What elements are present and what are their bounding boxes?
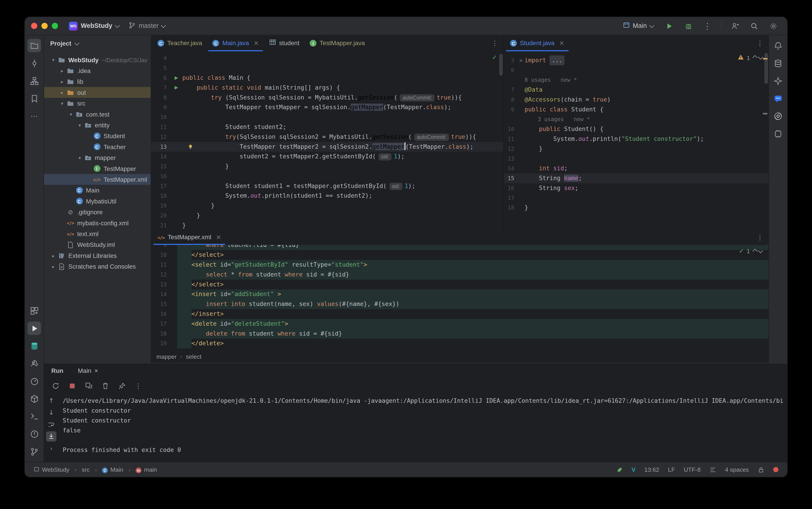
inspection-widget[interactable]: ✓ 1 <box>739 247 763 255</box>
run-button[interactable] <box>664 20 675 32</box>
terminal-tool-icon[interactable] <box>27 409 41 423</box>
rerun-icon[interactable] <box>50 380 61 391</box>
tree-item-Student[interactable]: CStudent <box>44 131 151 141</box>
tab-TestMapper.xml[interactable]: </>TestMapper.xml× <box>153 230 226 244</box>
status-WebStudy[interactable]: WebStudy <box>30 466 73 473</box>
clear-icon[interactable] <box>100 380 110 391</box>
code-with-me-icon[interactable] <box>729 20 741 32</box>
run-tab-main[interactable]: Main × <box>71 364 102 378</box>
close-button[interactable] <box>31 23 37 29</box>
prev-warning-icon[interactable] <box>752 55 757 60</box>
scrollbar[interactable] <box>765 53 768 84</box>
stripe-mark[interactable] <box>763 113 768 114</box>
dependencies-tool-icon[interactable] <box>27 392 41 405</box>
tree-item-TestMapper.xml[interactable]: </>TestMapper.xml <box>44 174 151 184</box>
tab-Teacher.java[interactable]: CTeacher.java <box>153 35 207 51</box>
next-warning-icon[interactable] <box>758 54 763 60</box>
tree-item-.gitignore[interactable]: ⊘.gitignore <box>44 207 151 217</box>
commit-tool-icon[interactable] <box>27 56 41 70</box>
plugins-icon[interactable] <box>771 127 785 140</box>
up-stack-icon[interactable]: ↑ <box>46 396 57 406</box>
chevron-right-icon[interactable]: ▸ <box>58 79 66 84</box>
leaf-icon[interactable] <box>612 466 627 473</box>
minimize-button[interactable] <box>41 23 47 29</box>
tree-item-Teacher[interactable]: CTeacher <box>44 141 151 152</box>
tree-item-External Libraries[interactable]: ▸External Libraries <box>44 250 151 261</box>
breadcrumb-item-select[interactable]: select <box>186 353 201 360</box>
v-icon[interactable]: V <box>628 467 639 473</box>
run-gutter-icon[interactable]: ▶ <box>175 73 178 83</box>
bookmarks-tool-icon[interactable] <box>27 92 41 105</box>
tree-item-out[interactable]: ▸out <box>44 87 151 98</box>
tab-Student.java[interactable]: CStudent.java× <box>505 35 570 51</box>
soft-wrap-icon[interactable] <box>46 419 57 430</box>
close-icon[interactable]: × <box>559 39 565 46</box>
project-panel-header[interactable]: Project <box>44 35 151 52</box>
tree-item-Main[interactable]: CMain <box>44 185 151 196</box>
chevron-down-icon[interactable]: ▾ <box>58 101 66 106</box>
code-area[interactable]: 9 where teacher.tid = #{tid}10 </select>… <box>151 245 769 349</box>
code-area[interactable]: 3>import ...68 usages new *7@Data8@Acces… <box>504 51 769 230</box>
notifications-icon[interactable] <box>771 39 785 52</box>
scroll-to-end-icon[interactable] <box>46 431 57 442</box>
tab-options-icon[interactable]: ⋮ <box>751 230 769 244</box>
prev-item-icon[interactable] <box>752 248 757 253</box>
lines-icon[interactable] <box>706 466 720 473</box>
next-item-icon[interactable] <box>758 248 763 253</box>
chevron-right-icon[interactable]: ▸ <box>49 253 58 258</box>
close-icon[interactable]: × <box>216 234 221 241</box>
chevron-right-icon[interactable]: ▸ <box>58 68 66 73</box>
close-icon[interactable]: × <box>253 39 259 46</box>
branch-widget[interactable]: master <box>124 19 170 33</box>
run-configuration-widget[interactable]: Main <box>621 19 655 33</box>
zoom-button[interactable] <box>52 23 58 29</box>
tab-TestMapper.java[interactable]: ITestMapper.java <box>305 35 370 51</box>
restore-layout-icon[interactable] <box>83 380 94 391</box>
indent-size[interactable]: 4 spaces <box>721 467 752 473</box>
git-tool-icon[interactable] <box>27 445 41 458</box>
tab-Main.java[interactable]: CMain.java× <box>207 35 264 51</box>
more-options-icon[interactable]: ⋮ <box>133 380 143 391</box>
close-icon[interactable]: × <box>94 367 98 374</box>
database-panel-icon[interactable] <box>771 56 785 70</box>
more-tools-icon[interactable]: ⋯ <box>27 109 41 123</box>
tree-item-Scratches and Consoles[interactable]: ▸Scratches and Consoles <box>44 261 151 272</box>
fold-arrow-icon[interactable]: > <box>519 56 522 65</box>
tree-item-com.test[interactable]: ▾com.test <box>44 109 151 120</box>
project-tool-icon[interactable] <box>27 39 41 52</box>
chevron-down-icon[interactable]: ▾ <box>49 57 58 62</box>
tab-student[interactable]: student <box>264 35 305 51</box>
tree-item-.idea[interactable]: ▸.idea <box>44 65 151 76</box>
lock-icon[interactable] <box>754 466 768 473</box>
chevron-right-icon[interactable]: ▸ <box>58 90 66 95</box>
tab-options-icon[interactable]: ⋮ <box>751 35 769 51</box>
database-tool-icon[interactable] <box>27 339 41 353</box>
tree-item-mapper[interactable]: ▾mapper <box>44 152 151 163</box>
structure-tool-icon[interactable] <box>27 74 41 88</box>
problems-tool-icon[interactable] <box>27 427 41 441</box>
settings-gear-icon[interactable] <box>768 20 779 32</box>
search-icon[interactable] <box>748 20 760 32</box>
run-tool-icon[interactable] <box>27 321 41 335</box>
breadcrumb-item-mapper[interactable]: mapper <box>157 353 177 360</box>
chevron-right-icon[interactable]: ▸ <box>49 264 58 269</box>
stop-icon[interactable] <box>67 380 77 391</box>
ai-assistant-icon[interactable] <box>771 74 785 88</box>
code-area[interactable]: 456▶public class Main {7▶ public static … <box>151 51 503 230</box>
tree-item-WebStudy[interactable]: ▾WebStudy~/Desktop/CS/Jav <box>44 54 151 65</box>
console-output[interactable]: /Users/eve/Library/Java/JavaVirtualMachi… <box>59 394 787 464</box>
tab-options-icon[interactable]: ⋮ <box>486 35 503 51</box>
tree-item-WebStudy.iml[interactable]: WebStudy.iml <box>44 239 151 250</box>
status-main[interactable]: mmain <box>132 466 161 473</box>
run-gutter-icon[interactable]: ▶ <box>175 83 178 93</box>
caret-position[interactable]: 13:62 <box>641 467 663 473</box>
scrollbar[interactable] <box>499 54 503 76</box>
debug-button[interactable] <box>683 20 694 32</box>
profiler-tool-icon[interactable] <box>27 374 41 388</box>
tree-item-lib[interactable]: ▸lib <box>44 76 151 87</box>
tree-item-src[interactable]: ▾src <box>44 98 151 109</box>
tree-item-entity[interactable]: ▾entity <box>44 120 151 130</box>
more-actions-icon[interactable]: ⋮ <box>702 20 713 32</box>
tree-item-mybatis-config.xml[interactable]: </>mybatis-config.xml <box>44 217 151 228</box>
chevron-down-icon[interactable]: ▾ <box>76 123 84 128</box>
